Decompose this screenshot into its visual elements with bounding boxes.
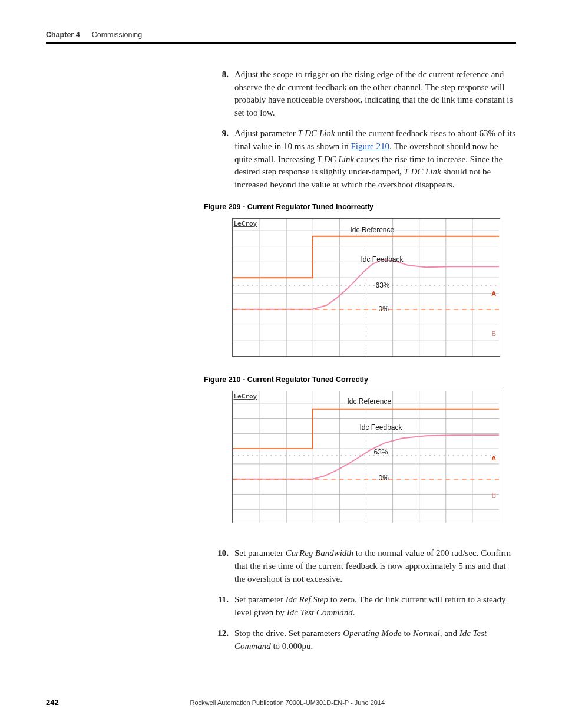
scope-label-ref: Idc Reference xyxy=(351,226,395,234)
chapter-label: Chapter 4 xyxy=(46,31,80,39)
svg-text:B: B xyxy=(491,331,495,338)
svg-text:A: A xyxy=(491,454,496,462)
step-list-top: 8. Adjust the scope to trigger on the ri… xyxy=(216,68,516,191)
step-text: Set parameter Idc Ref Step to zero. The … xyxy=(234,594,516,619)
svg-text:A: A xyxy=(491,290,496,297)
step-number: 12. xyxy=(216,627,229,653)
svg-text:B: B xyxy=(491,492,495,499)
publication-id: Rockwell Automation Publication 7000L-UM… xyxy=(190,699,385,706)
scope-label-0: 0% xyxy=(379,305,389,313)
step-number: 11. xyxy=(216,594,229,619)
body-column: 8. Adjust the scope to trigger on the ri… xyxy=(216,68,516,653)
page-number: 242 xyxy=(46,698,59,707)
scope-label-0: 0% xyxy=(379,474,389,482)
figure-210-caption: Figure 210 - Current Regulator Tuned Cor… xyxy=(204,375,516,384)
step-number: 9. xyxy=(216,127,229,191)
scope-label-fb: Idc Feedback xyxy=(361,255,404,263)
step-text: Adjust the scope to trigger on the risin… xyxy=(234,68,516,119)
scope-grid-icon: A B xyxy=(233,219,500,356)
page-footer: 242 Rockwell Automation Publication 7000… xyxy=(46,698,516,707)
scope-label-fb: Idc Feedback xyxy=(360,423,402,431)
scope-label-ref: Idc Reference xyxy=(348,397,392,406)
chapter-title: Commissioning xyxy=(92,31,142,39)
figure-209-scope: LeCroy xyxy=(232,218,500,357)
step-text: Set parameter CurReg Bandwidth to the no… xyxy=(234,547,516,585)
page: Chapter 4 Commissioning 8. Adjust the sc… xyxy=(0,0,562,728)
figure-210-link[interactable]: Figure 210 xyxy=(351,141,389,151)
scope-label-63: 63% xyxy=(376,281,390,289)
step-number: 8. xyxy=(216,68,229,119)
step-8: 8. Adjust the scope to trigger on the ri… xyxy=(216,68,516,119)
figure-209-caption: Figure 209 - Current Regulator Tuned Inc… xyxy=(204,203,516,211)
step-12: 12. Stop the drive. Set parameters Opera… xyxy=(216,627,516,653)
step-9: 9. Adjust parameter T DC Link until the … xyxy=(216,127,516,191)
figure-210-scope: LeCroy xyxy=(232,391,500,523)
page-header: Chapter 4 Commissioning xyxy=(46,31,516,44)
step-text: Stop the drive. Set parameters Operating… xyxy=(234,627,516,653)
step-10: 10. Set parameter CurReg Bandwidth to th… xyxy=(216,547,516,585)
scope-grid-icon: A B xyxy=(233,391,500,523)
step-number: 10. xyxy=(216,547,229,585)
scope-label-63: 63% xyxy=(374,448,388,456)
step-list-bottom: 10. Set parameter CurReg Bandwidth to th… xyxy=(216,547,516,653)
step-text: Adjust parameter T DC Link until the cur… xyxy=(234,127,516,191)
step-11: 11. Set parameter Idc Ref Step to zero. … xyxy=(216,594,516,619)
